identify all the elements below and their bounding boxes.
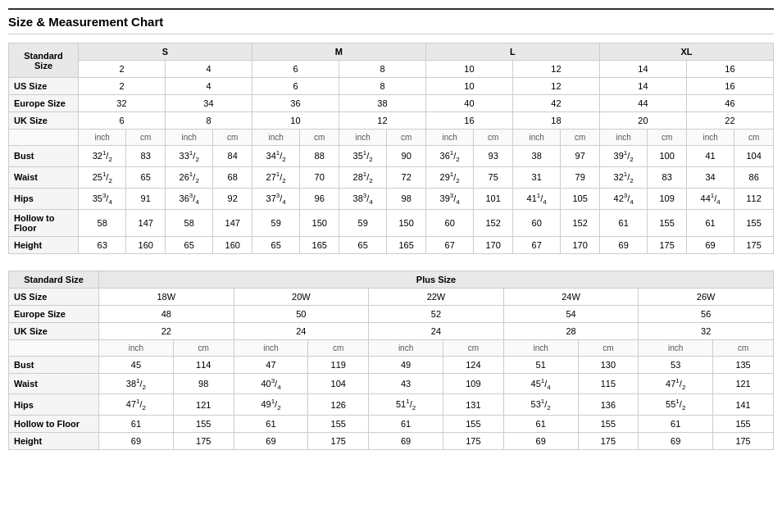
us-size-label: US Size	[9, 78, 79, 95]
unit-inch-4: inch	[339, 130, 386, 146]
eu-m1: 36	[252, 95, 339, 112]
hollow-to-floor-row: Hollow to Floor 58 147 58 147 59 150 59 …	[9, 209, 774, 236]
unit-cm-5: cm	[474, 130, 513, 146]
unit-cm-4: cm	[387, 130, 426, 146]
xl-header: XL	[599, 43, 773, 61]
unit-inch-7: inch	[599, 130, 647, 146]
unit-inch-5: inch	[425, 130, 473, 146]
us-s2: 4	[165, 78, 252, 95]
us-s1: 2	[79, 78, 166, 95]
uk-size-label: UK Size	[9, 112, 79, 130]
us-m1: 6	[252, 78, 339, 95]
uk24: 24	[234, 322, 369, 339]
eu-s1: 32	[79, 95, 166, 112]
plus-hips-label: Hips	[9, 394, 99, 416]
us6: 6	[252, 61, 339, 78]
page-title: Size & Measurement Chart	[8, 8, 774, 34]
unit-inch-6: inch	[512, 130, 560, 146]
unit-inch-3: inch	[252, 130, 299, 146]
standard-size-header2: Standard Size	[9, 271, 99, 288]
eu-s2: 34	[165, 95, 252, 112]
us2: 2	[79, 61, 166, 78]
us-l2: 12	[512, 78, 599, 95]
unit-cm-1: cm	[126, 130, 166, 146]
uk-s1: 6	[79, 112, 166, 130]
height-label: Height	[9, 236, 79, 253]
us12: 12	[512, 61, 599, 78]
unit-cm-6: cm	[561, 130, 600, 146]
plus-bust-row: Bust 45 114 47 119 49 124 51 130 53 135	[9, 356, 774, 373]
us-xl1: 14	[599, 78, 686, 95]
eu48: 48	[99, 305, 234, 322]
hollow-to-floor-label: Hollow to Floor	[9, 209, 79, 236]
uk22: 22	[99, 322, 234, 339]
p-unit-inch-2: inch	[234, 339, 308, 356]
us-m2: 8	[339, 78, 425, 95]
unit-inch-2: inch	[165, 130, 212, 146]
uk28: 28	[503, 322, 639, 339]
p-unit-inch-3: inch	[369, 339, 443, 356]
unit-inch-1: inch	[79, 130, 126, 146]
p-unit-cm-2: cm	[308, 339, 369, 356]
plus-waist-label: Waist	[9, 373, 99, 394]
plus-size-header: Plus Size	[99, 271, 774, 288]
s-header: S	[79, 43, 252, 61]
uk-l2: 18	[512, 112, 599, 130]
p-unit-cm-3: cm	[443, 339, 503, 356]
us20w: 20W	[234, 288, 369, 305]
standard-size-table: StandardSize S M L XL 2 4 6 8 10 12 14 1…	[8, 43, 774, 254]
us24w: 24W	[503, 288, 639, 305]
eu-m2: 38	[339, 95, 425, 112]
height-row: Height 63 160 65 160 65 165 65 165 67 17…	[9, 236, 774, 253]
eu-xl2: 46	[686, 95, 773, 112]
eu-l1: 40	[425, 95, 512, 112]
us10: 10	[425, 61, 512, 78]
p-unit-inch-5: inch	[639, 339, 713, 356]
us16: 16	[686, 61, 773, 78]
p-unit-cm-4: cm	[578, 339, 639, 356]
us26w: 26W	[639, 288, 774, 305]
us4: 4	[165, 61, 252, 78]
plus-hips-row: Hips 471/2 121 491/2 126 511/2 131 531/2…	[9, 394, 774, 416]
standard-size-header: StandardSize	[9, 43, 79, 78]
eu54: 54	[503, 305, 639, 322]
eu52: 52	[369, 305, 504, 322]
plus-hollow-to-floor-row: Hollow to Floor 61 155 61 155 61 155 61 …	[9, 416, 774, 433]
uk-m2: 12	[339, 112, 425, 130]
waist-label: Waist	[9, 166, 79, 188]
us14: 14	[599, 61, 686, 78]
unit-cm-2: cm	[213, 130, 252, 146]
unit-spacer2	[9, 339, 99, 356]
hips-row: Hips 353/4 91 363/4 92 373/4 96 383/4 98…	[9, 188, 774, 209]
us-size-label2: US Size	[9, 288, 99, 305]
unit-inch-8: inch	[686, 130, 734, 146]
unit-spacer	[9, 130, 79, 146]
us22w: 22W	[369, 288, 504, 305]
plus-size-table: Standard Size Plus Size US Size 18W 20W …	[8, 271, 774, 451]
plus-hollow-to-floor-label: Hollow to Floor	[9, 416, 99, 433]
uk24b: 24	[369, 322, 504, 339]
plus-height-row: Height 69 175 69 175 69 175 69 175 69 17…	[9, 433, 774, 450]
plus-height-label: Height	[9, 433, 99, 450]
m-header: M	[252, 43, 425, 61]
us8: 8	[339, 61, 425, 78]
uk-xl1: 20	[599, 112, 686, 130]
uk-s2: 8	[165, 112, 252, 130]
eu56: 56	[639, 305, 774, 322]
us-l1: 10	[425, 78, 512, 95]
p-unit-cm-5: cm	[713, 339, 774, 356]
uk-xl2: 22	[686, 112, 773, 130]
p-unit-inch-1: inch	[99, 339, 174, 356]
waist-row: Waist 251/2 65 261/2 68 271/2 70 281/2 7…	[9, 166, 774, 188]
unit-cm-8: cm	[734, 130, 774, 146]
uk32: 32	[639, 322, 774, 339]
unit-cm-3: cm	[300, 130, 339, 146]
p-unit-inch-4: inch	[503, 339, 578, 356]
bust-row: Bust 321/2 83 331/2 84 341/2 88 351/2 90…	[9, 146, 774, 167]
p-unit-cm-1: cm	[173, 339, 234, 356]
bust-label: Bust	[9, 146, 79, 167]
uk-size-label2: UK Size	[9, 322, 99, 339]
eu-xl1: 44	[599, 95, 686, 112]
plus-bust-label: Bust	[9, 356, 99, 373]
hips-label: Hips	[9, 188, 79, 209]
